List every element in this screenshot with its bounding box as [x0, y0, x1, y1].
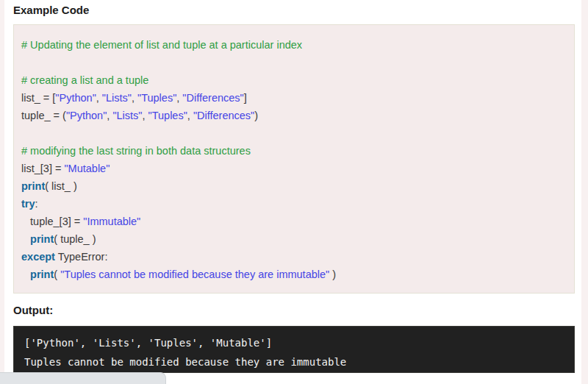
code-segment-keyword: print [30, 269, 54, 280]
code-segment-string: "Mutable" [64, 163, 110, 174]
code-segment-string: "Tuples" [137, 92, 176, 104]
code-segment-string: "Python" [55, 92, 96, 104]
code-line: # modifying the last string in both data… [21, 142, 567, 160]
code-line: # creating a list and a tuple [21, 71, 567, 89]
output-heading: Output: [13, 304, 575, 317]
code-line: print( "Tuples cannot be modified becaus… [21, 266, 567, 283]
code-segment-plain: list_ = [ [21, 92, 55, 104]
code-line: list_ = ["Python", "Lists", "Tuples", "D… [21, 89, 567, 107]
code-segment-plain: ) [329, 269, 336, 280]
code-line: # Updating the element of list and tuple… [21, 36, 567, 54]
code-segment-string: "Lists" [112, 110, 142, 121]
code-segment-comment: # modifying the last string in both data… [21, 145, 251, 157]
code-segment-string: "Differences" [193, 110, 254, 121]
code-line: list_[3] = "Mutable" [21, 160, 567, 177]
page: Example Code # Updating the element of l… [0, 0, 588, 384]
code-line [21, 124, 567, 142]
code-segment-plain [21, 269, 30, 280]
code-segment-string: "Differences" [182, 92, 243, 104]
page-edge-right [581, 0, 588, 384]
code-segment-keyword: print [30, 233, 54, 245]
code-segment-string: "Tuples" [148, 110, 187, 121]
code-segment-plain: , [96, 92, 102, 104]
output-block: ['Python', 'Lists', 'Tuples', 'Mutable']… [13, 326, 575, 373]
code-segment-plain: , [132, 92, 137, 104]
output-line: ['Python', 'Lists', 'Tuples', 'Mutable'] [24, 333, 564, 352]
code-segment-comment: # creating a list and a tuple [21, 74, 148, 86]
code-segment-plain: , [142, 110, 148, 121]
code-segment-plain: , [187, 110, 193, 121]
code-line [21, 54, 567, 71]
code-segment-plain: ] [244, 92, 247, 104]
code-segment-plain: ( [54, 269, 60, 280]
code-line: tuple_ = ("Python", "Lists", "Tuples", "… [21, 107, 567, 124]
code-segment-plain: : [35, 198, 38, 210]
content-column: Example Code # Updating the element of l… [13, 0, 575, 373]
code-segment-plain: list_[3] = [21, 163, 64, 174]
code-segment-keyword: print [21, 180, 45, 192]
code-segment-keyword: except [21, 251, 55, 263]
code-line: tuple_[3] = "Immutable" [21, 213, 567, 230]
code-segment-plain: ) [254, 110, 258, 121]
code-segment-string: "Lists" [102, 92, 132, 104]
code-segment-string: "Python" [66, 110, 107, 121]
code-block: # Updating the element of list and tuple… [13, 24, 575, 294]
output-line: Tuples cannot be modified because they a… [24, 352, 564, 371]
code-segment-plain: tuple_ = ( [21, 110, 66, 121]
code-segment-plain: tuple_[3] = [21, 216, 83, 227]
page-edge-left [0, 0, 4, 384]
code-segment-plain [21, 233, 30, 245]
code-line: try: [21, 195, 567, 213]
code-segment-comment: # Updating the element of list and tuple… [21, 39, 302, 51]
browser-status-bubble [0, 372, 166, 384]
example-code-heading: Example Code [13, 0, 575, 17]
code-segment-plain: ( tuple_ ) [54, 233, 96, 245]
code-line: print( list_ ) [21, 177, 567, 195]
code-segment-keyword: try [21, 198, 35, 210]
code-segment-plain: TypeError: [55, 251, 107, 263]
code-line: except TypeError: [21, 248, 567, 266]
code-segment-string: "Tuples cannot be modified because they … [60, 269, 329, 280]
code-line: print( tuple_ ) [21, 230, 567, 248]
code-segment-string: "Immutable" [83, 216, 140, 227]
code-segment-plain: ( list_ ) [45, 180, 77, 192]
